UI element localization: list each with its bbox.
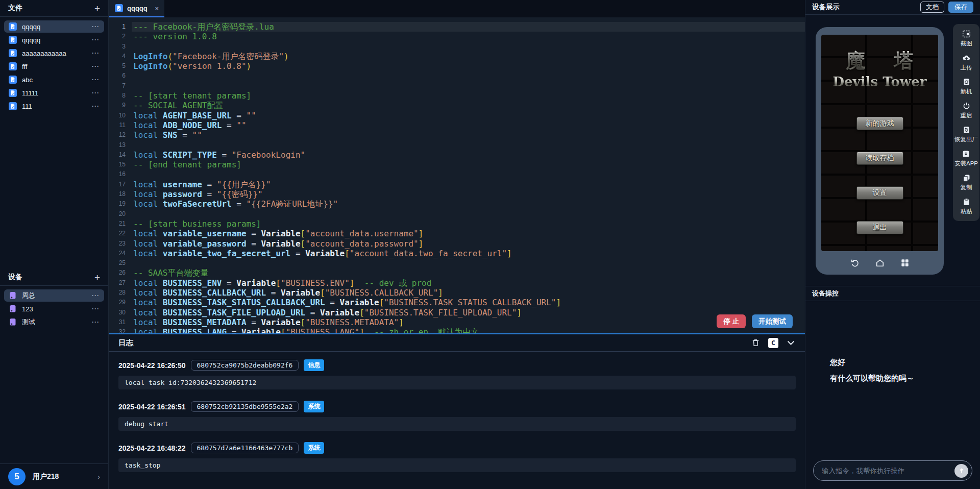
line-content: local username = "{{用户名}}" [132,180,805,189]
device-item-测试[interactable]: 测试··· [4,316,104,328]
file-item-abc[interactable]: abc··· [4,74,104,86]
line-content: LogInfo("version 1.0.8") [132,61,805,71]
more-icon[interactable]: ··· [92,63,100,70]
code-line-26: 26-- SAAS平台端变量 [109,268,805,278]
file-item-111[interactable]: 111··· [4,100,104,112]
log-entry-meta: 2025-04-22 16:26:51680752cb92135dbe9555e… [118,400,796,413]
send-icon[interactable] [954,464,968,478]
file-name: 11111 [22,89,87,97]
line-content: local variable_two_fa_secret_url = Varia… [132,249,805,258]
line-number: 10 [109,111,126,120]
code-line-24: 24local variable_two_fa_secret_url = Var… [109,249,805,258]
more-icon[interactable]: ··· [92,76,100,83]
log-tag-badge: 信息 [304,359,324,371]
save-button[interactable]: 保存 [948,2,973,13]
game-button-读取存档[interactable]: 读取存档 [856,152,903,165]
chevron-down-icon[interactable] [786,338,796,348]
toolbar-复制[interactable]: 复制 [961,174,972,191]
code-line-18: 18local password = "{{密码}}" [109,189,805,199]
stop-button[interactable]: 停 止 [717,314,746,328]
chat-area: 您好 有什么可以帮助您的吗～ [805,301,980,460]
toolbar-恢复出厂[interactable]: 恢复出厂 [954,126,978,143]
user-bar[interactable]: 5 用户218 › [0,463,108,489]
code-line-25: 25 [109,258,805,268]
line-number: 9 [109,101,126,110]
line-content: local variable_username = Variable["acco… [132,229,805,238]
home-icon[interactable] [875,258,885,268]
toolbar-上传[interactable]: 上传 [961,54,972,71]
more-icon[interactable]: ··· [92,89,100,96]
chat-message: 有什么可以帮助您的吗～ [830,370,973,386]
log-tag-badge: 系统 [304,442,324,454]
code-line-22: 22local variable_username = Variable["ac… [109,229,805,238]
log-id: 680757d7a6e1166463e777cb [191,443,299,453]
line-content: -- SOCIAL AGENT配置 [132,101,805,110]
line-number: 24 [109,249,126,258]
more-icon[interactable]: ··· [92,292,100,299]
log-message: debug start [118,417,796,431]
more-icon[interactable]: ··· [92,103,100,110]
device-item-123[interactable]: 123··· [4,303,104,315]
code-line-31: 31local BUSINESS_METADATA = Variable["BU… [109,317,805,327]
line-number: 27 [109,278,126,288]
code-line-7: 7 [109,81,805,91]
code-line-27: 27local BUSINESS_ENV = Variable["BUSINES… [109,278,805,288]
game-subtitle: Devils Tower [821,74,938,89]
file-item-qqqqq[interactable]: qqqqq··· [4,20,104,33]
more-icon[interactable]: ··· [92,50,100,57]
chevron-right-icon[interactable]: › [97,473,100,481]
toolbar-label: 重启 [961,112,972,119]
line-content [132,81,805,91]
toolbar-粘贴[interactable]: 粘贴 [961,198,972,215]
tab-qqqqq[interactable]: qqqqq × [109,0,164,17]
game-button-设置[interactable]: 设置 [856,186,903,200]
files-section-header: 文件 + [0,0,108,17]
line-number: 23 [109,239,126,249]
trash-icon[interactable] [751,338,761,348]
recents-icon[interactable] [900,258,910,268]
toolbar-label: 复制 [961,184,972,191]
code-line-8: 8-- [start tenant params] [109,91,805,101]
file-item-qqqqq[interactable]: qqqqq··· [4,34,104,46]
toolbar-新机[interactable]: 新机 [961,78,972,95]
code-line-10: 10local AGENT_BASE_URL = "" [109,111,805,120]
device-item-周总[interactable]: 周总··· [4,289,104,302]
log-panel: 日志 C 2025-04-22 16:26:50680752ca9075b2de… [109,333,805,489]
line-number: 4 [109,52,126,61]
auto-clear-toggle[interactable]: C [768,338,778,348]
add-file-icon[interactable]: + [94,4,100,13]
file-name: aaaaaaaaaaaa [22,50,87,57]
phone-screen[interactable]: 魔 塔 Devils Tower 新的游戏读取存档设置退出 [821,35,938,251]
toolbar-重启[interactable]: 重启 [961,102,972,119]
back-icon[interactable] [850,258,860,268]
device-panel-title: 设备展示 [812,3,840,12]
line-number: 14 [109,150,126,160]
command-input[interactable] [822,467,954,475]
add-device-icon[interactable]: + [94,273,100,282]
file-name: 111 [22,103,87,110]
toolbar-安装APP[interactable]: 安装APP [954,150,978,167]
docs-button[interactable]: 文档 [920,2,944,13]
line-number: 30 [109,308,126,317]
file-item-aaaaaaaaaaaa[interactable]: aaaaaaaaaaaa··· [4,47,104,59]
line-content: local BUSINESS_ENV = Variable["BUSINESS.… [132,278,805,288]
game-button-新的游戏[interactable]: 新的游戏 [856,117,903,130]
code-line-16: 16 [109,169,805,179]
more-icon[interactable]: ··· [92,23,100,30]
more-icon[interactable]: ··· [92,36,100,43]
code-editor[interactable]: 1--- Facebook-用户名密码登录.lua2--- version 1.… [109,17,805,333]
game-button-退出[interactable]: 退出 [856,221,903,234]
start-test-button[interactable]: 开始测试 [752,314,793,328]
toolbar-截图[interactable]: 截图 [961,30,972,47]
close-tab-icon[interactable]: × [155,5,159,12]
more-icon[interactable]: ··· [92,319,100,326]
file-name: abc [22,76,87,84]
file-item-fff[interactable]: fff··· [4,60,104,72]
more-icon[interactable]: ··· [92,305,100,312]
device-control: 设备操控 您好 有什么可以帮助您的吗～ [805,286,980,489]
file-item-11111[interactable]: 11111··· [4,87,104,99]
line-content: local twoFaSecretUrl = "{{2FA验证URL地址}}" [132,199,805,209]
line-content [132,258,805,268]
line-number: 32 [109,327,126,333]
line-number: 13 [109,140,126,150]
